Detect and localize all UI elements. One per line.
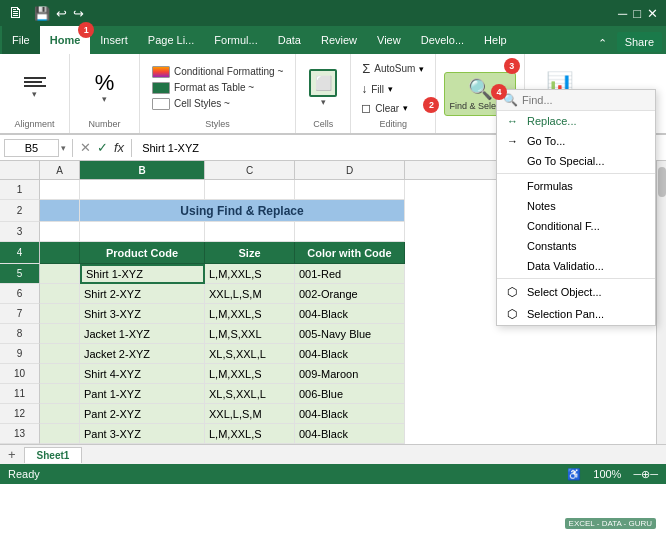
redo-icon[interactable]: ↪ xyxy=(73,6,84,21)
zoom-slider-icon[interactable]: ─⊕─ xyxy=(633,468,658,481)
cell[interactable] xyxy=(205,180,295,200)
cell[interactable] xyxy=(80,180,205,200)
tab-page-layout[interactable]: Page Li... xyxy=(138,26,204,54)
format-table-button[interactable]: Format as Table ~ xyxy=(148,81,287,95)
cell[interactable] xyxy=(40,242,80,264)
row-header[interactable]: 13 xyxy=(0,424,40,444)
goto-special-item[interactable]: Go To Special... xyxy=(497,151,655,171)
col-header-a[interactable]: A xyxy=(40,161,80,179)
notes-item[interactable]: Notes xyxy=(497,196,655,216)
insert-function-icon[interactable]: fx xyxy=(111,140,127,155)
cell[interactable] xyxy=(40,222,80,242)
constants-item[interactable]: Constants xyxy=(497,236,655,256)
cell[interactable] xyxy=(40,324,80,344)
cell[interactable]: 004-Black xyxy=(295,424,405,444)
cells-button[interactable]: ⬜ ▾ xyxy=(305,65,341,111)
cell-header[interactable]: Color with Code xyxy=(295,242,405,264)
cell[interactable] xyxy=(40,364,80,384)
vertical-scrollbar[interactable] xyxy=(656,161,666,444)
conditional-item[interactable]: Conditional F... xyxy=(497,216,655,236)
row-header[interactable]: 1 xyxy=(0,180,40,200)
cell[interactable] xyxy=(295,222,405,242)
cell[interactable]: Shirt 4-XYZ xyxy=(80,364,205,384)
row-header[interactable]: 12 xyxy=(0,404,40,424)
row-header[interactable]: 4 xyxy=(0,242,40,264)
cell[interactable]: L,M,XXL,S xyxy=(205,424,295,444)
cell[interactable]: Pant 1-XYZ xyxy=(80,384,205,404)
cell[interactable]: 006-Blue xyxy=(295,384,405,404)
conditional-formatting-button[interactable]: Conditional Formatting ~ xyxy=(148,65,287,79)
confirm-formula-icon[interactable]: ✓ xyxy=(94,140,111,155)
tab-help[interactable]: Help xyxy=(474,26,517,54)
cell[interactable] xyxy=(40,384,80,404)
cell[interactable] xyxy=(40,180,80,200)
cell[interactable]: L,M,XXL,S xyxy=(205,364,295,384)
cell[interactable]: 009-Maroon xyxy=(295,364,405,384)
tab-view[interactable]: View xyxy=(367,26,411,54)
row-header[interactable]: 7 xyxy=(0,304,40,324)
add-sheet-icon[interactable]: + xyxy=(0,445,24,464)
cell[interactable] xyxy=(40,304,80,324)
name-box[interactable] xyxy=(4,139,59,157)
cell[interactable]: 004-Black xyxy=(295,344,405,364)
row-header[interactable]: 2 xyxy=(0,200,40,222)
cell-selected[interactable]: Shirt 1-XYZ xyxy=(80,264,205,284)
cell-title[interactable]: Using Find & Replace xyxy=(80,200,405,222)
selection-pane-item[interactable]: ⬡ Selection Pan... xyxy=(497,303,655,325)
tab-formulas[interactable]: Formul... xyxy=(204,26,267,54)
row-header[interactable]: 3 xyxy=(0,222,40,242)
tab-file[interactable]: File xyxy=(2,26,40,54)
goto-item[interactable]: → Go To... xyxy=(497,131,655,151)
cell[interactable]: XXL,L,S,M xyxy=(205,284,295,304)
cell[interactable]: L,M,XXL,S xyxy=(205,264,295,284)
row-header[interactable]: 5 xyxy=(0,264,40,284)
tab-insert[interactable]: Insert xyxy=(90,26,138,54)
cell-header[interactable]: Size xyxy=(205,242,295,264)
ribbon-collapse-icon[interactable]: ⌃ xyxy=(590,33,615,54)
cancel-formula-icon[interactable]: ✕ xyxy=(77,140,94,155)
row-header[interactable]: 8 xyxy=(0,324,40,344)
row-header[interactable]: 6 xyxy=(0,284,40,304)
cell[interactable]: 004-Black xyxy=(295,404,405,424)
undo-icon[interactable]: ↩ xyxy=(56,6,67,21)
row-header[interactable]: 9 xyxy=(0,344,40,364)
cell[interactable] xyxy=(40,404,80,424)
autosum-button[interactable]: Σ AutoSum ▾ xyxy=(357,58,429,79)
alignment-button[interactable]: ▾ xyxy=(20,73,50,103)
cell[interactable]: L,M,S,XXL xyxy=(205,324,295,344)
tab-data[interactable]: Data xyxy=(268,26,311,54)
accessibility-icon[interactable]: ♿ xyxy=(567,468,581,481)
cell[interactable]: Pant 3-XYZ xyxy=(80,424,205,444)
cell[interactable]: Pant 2-XYZ xyxy=(80,404,205,424)
cell[interactable] xyxy=(40,200,80,222)
tab-review[interactable]: Review xyxy=(311,26,367,54)
close-icon[interactable]: ✕ xyxy=(647,6,658,21)
cell[interactable] xyxy=(205,222,295,242)
cell[interactable]: Shirt 2-XYZ xyxy=(80,284,205,304)
cell[interactable]: 004-Black xyxy=(295,304,405,324)
find-input[interactable] xyxy=(522,94,660,106)
row-header[interactable]: 11 xyxy=(0,384,40,404)
cell[interactable]: XL,S,XXL,L xyxy=(205,384,295,404)
cell-header[interactable]: Product Code xyxy=(80,242,205,264)
cell[interactable]: XXL,L,S,M xyxy=(205,404,295,424)
col-header-b[interactable]: B xyxy=(80,161,205,179)
cell-styles-button[interactable]: Cell Styles ~ xyxy=(148,97,287,111)
sheet-tab-active[interactable]: Sheet1 xyxy=(24,447,83,463)
save-icon[interactable]: 💾 xyxy=(34,6,50,21)
select-objects-item[interactable]: ⬡ Select Object... xyxy=(497,281,655,303)
cell[interactable]: 005-Navy Blue xyxy=(295,324,405,344)
data-validation-item[interactable]: Data Validatio... xyxy=(497,256,655,276)
cell[interactable]: 001-Red xyxy=(295,264,405,284)
name-box-arrow[interactable]: ▾ xyxy=(59,143,68,153)
cell[interactable]: XL,S,XXL,L xyxy=(205,344,295,364)
cell[interactable]: Jacket 1-XYZ xyxy=(80,324,205,344)
cell[interactable] xyxy=(40,424,80,444)
share-icon[interactable]: Share xyxy=(617,32,662,52)
number-button[interactable]: % ▾ xyxy=(91,68,119,108)
col-header-d[interactable]: D xyxy=(295,161,405,179)
minimize-icon[interactable]: ─ xyxy=(618,6,627,21)
tab-developer[interactable]: Develo... xyxy=(411,26,474,54)
replace-item[interactable]: ↔ Replace... xyxy=(497,111,655,131)
clear-button[interactable]: ◻ Clear ▾ xyxy=(357,99,429,117)
